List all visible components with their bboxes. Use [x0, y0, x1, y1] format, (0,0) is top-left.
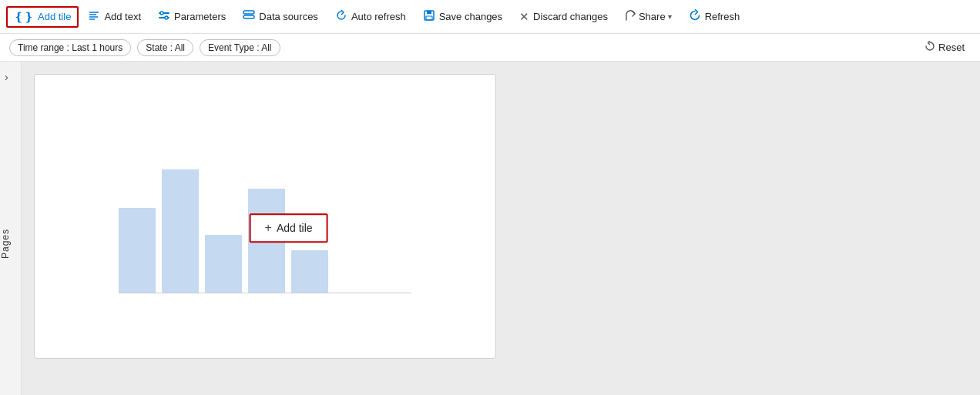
svg-rect-8: [243, 11, 254, 14]
bar-5: [291, 250, 328, 293]
side-panel[interactable]: › Pages: [0, 62, 22, 395]
share-button[interactable]: Share ▾: [617, 6, 680, 28]
share-chevron-icon: ▾: [668, 12, 672, 21]
canvas-area: + Add tile: [22, 62, 980, 395]
add-text-button[interactable]: Add text: [80, 5, 149, 28]
svg-rect-11: [427, 11, 431, 14]
add-tile-button[interactable]: ❴❵ Add tile: [6, 6, 79, 28]
save-changes-button[interactable]: Save changes: [415, 5, 510, 28]
time-range-filter[interactable]: Time range : Last 1 hours: [9, 39, 131, 56]
state-filter[interactable]: State : All: [137, 39, 193, 56]
add-tile-label: Add tile: [38, 11, 71, 22]
svg-point-6: [160, 12, 163, 15]
discard-icon: ✕: [519, 10, 529, 24]
auto-refresh-label: Auto refresh: [351, 11, 406, 22]
parameters-icon: [158, 9, 170, 24]
toolbar: ❴❵ Add tile Add text Parameters Data sou…: [0, 0, 980, 34]
share-label: Share: [639, 11, 666, 22]
bar-group-2: [162, 169, 199, 293]
data-sources-button[interactable]: Data sources: [235, 5, 326, 28]
refresh-button[interactable]: Refresh: [681, 5, 748, 28]
auto-refresh-button[interactable]: Auto refresh: [327, 5, 414, 28]
bar-group-1: [119, 208, 156, 293]
refresh-icon: [689, 9, 701, 24]
share-icon: [625, 10, 636, 24]
svg-point-7: [165, 16, 168, 19]
add-text-label: Add text: [104, 11, 141, 22]
refresh-label: Refresh: [705, 11, 740, 22]
event-type-filter[interactable]: Event Type : All: [200, 39, 280, 56]
pages-label: Pages: [0, 229, 11, 259]
event-type-label: Event Type : All: [208, 42, 272, 53]
dashboard-card: + Add tile: [34, 74, 496, 359]
save-changes-label: Save changes: [439, 11, 502, 22]
discard-changes-button[interactable]: ✕ Discard changes: [512, 6, 616, 28]
main-content: › Pages: [0, 62, 980, 395]
data-sources-label: Data sources: [259, 11, 318, 22]
add-text-icon: [88, 9, 100, 24]
bar-2: [162, 169, 199, 293]
discard-changes-label: Discard changes: [533, 11, 608, 22]
data-sources-icon: [243, 9, 255, 24]
svg-rect-9: [243, 15, 254, 18]
parameters-button[interactable]: Parameters: [150, 5, 233, 28]
side-panel-arrow: ›: [5, 71, 8, 83]
bar-group-5: [291, 250, 328, 293]
filterbar: Time range : Last 1 hours State : All Ev…: [0, 34, 980, 62]
bar-1: [119, 208, 156, 293]
reset-button[interactable]: Reset: [918, 38, 971, 57]
add-tile-card-label: Add tile: [277, 222, 313, 234]
auto-refresh-icon: [335, 9, 347, 24]
bar-group-3: [205, 235, 242, 293]
reset-icon: [925, 41, 935, 54]
bar-3: [205, 235, 242, 293]
parameters-label: Parameters: [174, 11, 226, 22]
save-icon: [423, 9, 435, 24]
time-range-label: Time range : Last 1 hours: [18, 42, 123, 53]
state-label: State : All: [146, 42, 185, 53]
plus-icon: +: [265, 221, 272, 235]
reset-label: Reset: [938, 42, 965, 53]
add-tile-card-button[interactable]: + Add tile: [250, 213, 328, 243]
add-tile-icon: ❴❵: [14, 10, 34, 24]
